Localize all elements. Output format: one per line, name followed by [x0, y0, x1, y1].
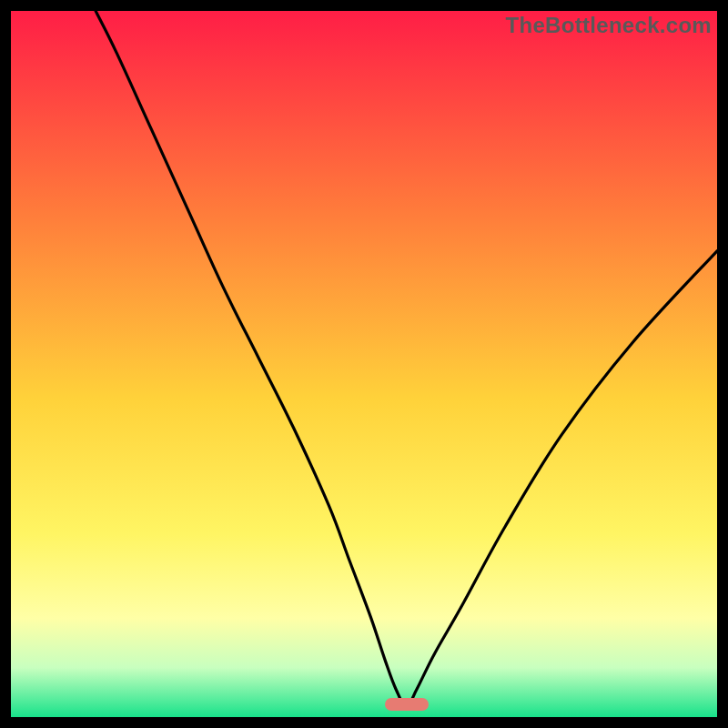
- plot-area: [11, 11, 717, 717]
- gradient-background: [11, 11, 717, 717]
- watermark-text: TheBottleneck.com: [506, 13, 712, 38]
- plot-svg: [11, 11, 717, 717]
- minimum-marker: [385, 698, 429, 711]
- chart-frame: TheBottleneck.com: [0, 0, 728, 728]
